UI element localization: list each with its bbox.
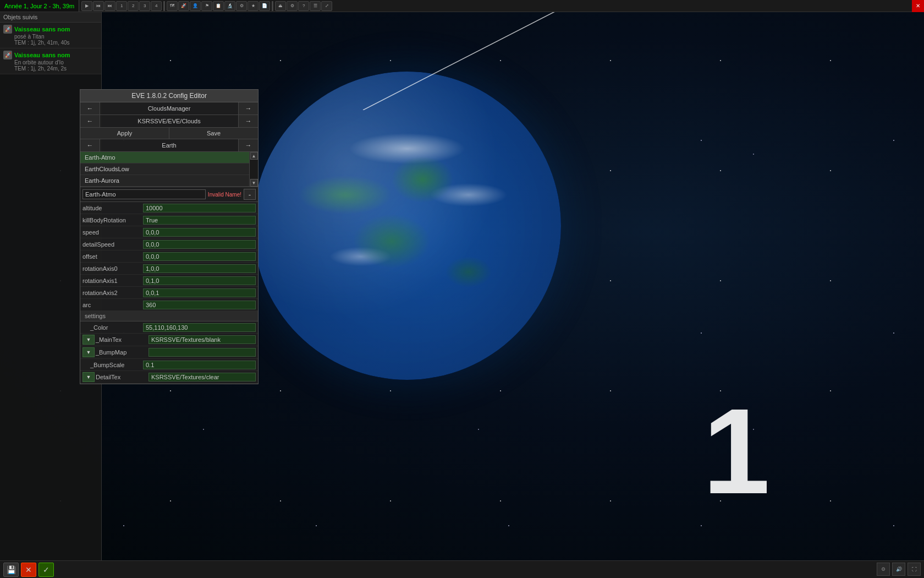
path-prev-btn[interactable]: ←: [80, 115, 100, 127]
prop-value-offset[interactable]: [143, 252, 256, 261]
sidebar-item-1[interactable]: 🚀 Vaisseau sans nom En orbite autour d'I…: [0, 48, 101, 74]
resize-btn[interactable]: ⤢: [321, 1, 332, 11]
detailtex-expand-btn[interactable]: ▼: [82, 372, 95, 382]
vessel-sub-1: En orbite autour d'Io: [3, 59, 98, 66]
top-bar: Année 1, Jour 2 - 3h, 39m ▶ ⏮ ⏭ 1 2 3 4 …: [0, 0, 924, 12]
manager-label: CloudsManager: [100, 103, 238, 113]
mission-btn[interactable]: 📋: [213, 1, 224, 11]
config-editor-panel: EVE 1.8.0.2 Config Editor ← CloudsManage…: [80, 89, 258, 384]
invalid-label: Invalid Name!: [208, 192, 241, 198]
layer-item-0[interactable]: Earth-Atmo: [80, 152, 258, 163]
vessel-icon-1: 🚀: [3, 51, 12, 59]
sidebar-item-1-header: 🚀 Vaisseau sans nom: [3, 51, 98, 59]
help-btn[interactable]: ?: [298, 1, 309, 11]
layer-item-1[interactable]: EarthCloudsLow: [80, 163, 258, 175]
exit-btn[interactable]: ⏏: [275, 1, 286, 11]
prop-label-rotationaxis1: rotationAxis1: [82, 277, 143, 284]
prop-value-speed[interactable]: [143, 228, 256, 237]
flag-btn[interactable]: ⚑: [201, 1, 212, 11]
revert-btn[interactable]: ✕: [21, 563, 36, 577]
sub-value-color[interactable]: [143, 323, 256, 332]
sub-value-bumpmap[interactable]: [148, 348, 256, 357]
sidebar-item-0[interactable]: 🚀 Vaisseau sans nom posé à Titan TEM : 1…: [0, 23, 101, 48]
scroll-up-arrow[interactable]: ▲: [250, 152, 258, 160]
rocket-btn[interactable]: 🚀: [178, 1, 189, 11]
sub-label-detailtex: DetailTex: [96, 374, 148, 380]
body-label: Earth: [100, 140, 238, 150]
vessel-name-0: Vaisseau sans nom: [14, 26, 70, 32]
prop-rotationaxis1: rotationAxis1: [80, 275, 258, 287]
step-fwd-btn[interactable]: ⏭: [105, 1, 116, 11]
prop-label-killbodyrotation: killBodyRotation: [82, 217, 143, 223]
prop-value-rotationaxis0[interactable]: [143, 264, 256, 273]
body-next-btn[interactable]: →: [238, 139, 258, 151]
scroll-down-arrow[interactable]: ▼: [250, 179, 258, 187]
path-next-btn[interactable]: →: [238, 115, 258, 127]
settings-btn[interactable]: ⚙: [287, 1, 298, 11]
prop-value-rotationaxis1[interactable]: [143, 276, 256, 285]
settings-section-header: settings: [80, 311, 258, 321]
play-btn[interactable]: ▶: [81, 1, 92, 11]
astro-btn[interactable]: ★: [248, 1, 258, 11]
layer-scrollbar: ▲ ▼: [249, 152, 258, 187]
sub-prop-detailtex: ▼ DetailTex: [80, 371, 258, 384]
speed-2-btn[interactable]: 2: [128, 1, 139, 11]
quicksave-btn[interactable]: 💾: [3, 563, 19, 577]
prop-value-arc[interactable]: [143, 301, 256, 309]
br-btn-2[interactable]: 🔊: [892, 563, 905, 576]
sub-label-bumpscale: _BumpScale: [90, 362, 143, 368]
layer-item-2[interactable]: Earth-Aurora: [80, 175, 258, 187]
maintex-expand-btn[interactable]: ▼: [82, 335, 95, 345]
step-back-btn[interactable]: ⏮: [93, 1, 104, 11]
prop-value-altitude[interactable]: [143, 204, 256, 212]
prop-detailspeed: detailSpeed: [80, 238, 258, 250]
sub-value-maintex[interactable]: [148, 335, 256, 344]
crew-btn[interactable]: 👤: [190, 1, 201, 11]
speed-3-btn[interactable]: 3: [139, 1, 150, 11]
manager-nav-row: ← CloudsManager →: [80, 102, 258, 115]
bumpmap-expand-btn[interactable]: ▼: [82, 347, 95, 357]
prop-value-rotationaxis2[interactable]: [143, 288, 256, 297]
sidebar-item-0-header: 🚀 Vaisseau sans nom: [3, 25, 98, 34]
body-prev-btn[interactable]: ←: [80, 139, 100, 151]
contract-btn[interactable]: 📄: [259, 1, 270, 11]
admin-btn[interactable]: ⚙: [236, 1, 247, 11]
prop-value-detailspeed[interactable]: [143, 240, 256, 249]
app-btn[interactable]: ☰: [310, 1, 321, 11]
apply-btn[interactable]: Apply: [80, 128, 169, 139]
sub-value-detailtex[interactable]: [148, 373, 256, 381]
prop-killbodyrotation: killBodyRotation: [80, 214, 258, 226]
layer-minus-btn[interactable]: -: [244, 189, 256, 200]
prop-label-rotationaxis2: rotationAxis2: [82, 290, 143, 296]
sidebar-title: Objets suivis: [0, 12, 101, 23]
speed-1-btn[interactable]: 1: [116, 1, 127, 11]
confirm-btn[interactable]: ✓: [38, 563, 54, 577]
br-btn-3[interactable]: ⛶: [908, 563, 921, 576]
save-btn[interactable]: Save: [169, 128, 258, 139]
corner-close-btn[interactable]: ✕: [912, 0, 924, 12]
sub-value-bumpscale[interactable]: [143, 361, 256, 369]
speed-4-btn[interactable]: 4: [151, 1, 162, 11]
prop-label-arc: arc: [82, 302, 143, 308]
layer-name-input[interactable]: [82, 189, 206, 199]
map-btn[interactable]: 🗺: [167, 1, 178, 11]
prop-label-offset: offset: [82, 253, 143, 260]
sub-prop-color: _Color: [80, 321, 258, 334]
tech-btn[interactable]: 🔬: [224, 1, 235, 11]
planet-number: 1: [703, 391, 770, 512]
sub-label-bumpmap: _BumpMap: [96, 349, 148, 356]
manager-next-btn[interactable]: →: [238, 102, 258, 114]
vessel-name-1: Vaisseau sans nom: [14, 52, 70, 58]
name-row: Invalid Name! -: [80, 187, 258, 202]
manager-prev-btn[interactable]: ←: [80, 102, 100, 114]
action-row: Apply Save: [80, 128, 258, 139]
vessel-tem-0: TEM : 1j, 2h, 41m, 40s: [3, 40, 98, 46]
prop-label-speed: speed: [82, 229, 143, 236]
prop-label-detailspeed: detailSpeed: [82, 241, 143, 248]
prop-value-killbodyrotation[interactable]: [143, 216, 256, 225]
prop-speed: speed: [80, 226, 258, 238]
earth-planet: [253, 72, 561, 380]
br-btn-1[interactable]: ⚙: [877, 563, 890, 576]
path-nav-row: ← KSRSSVE/EVE/Clouds →: [80, 115, 258, 128]
prop-offset: offset: [80, 250, 258, 263]
